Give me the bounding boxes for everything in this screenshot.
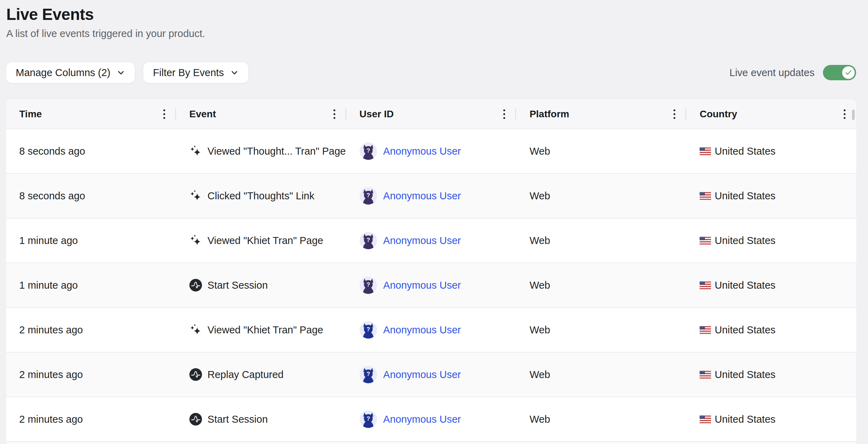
manage-columns-button[interactable]: Manage Columns (2) (6, 62, 135, 83)
country-label: United States (715, 235, 775, 246)
country-label: United States (715, 280, 775, 291)
chevron-down-icon (117, 68, 125, 77)
country-cell: United States (686, 263, 856, 307)
table-row[interactable]: 1 minute ago Start Session Anonymous Use… (6, 263, 856, 308)
column-header-platform[interactable]: Platform (516, 99, 686, 129)
event-cell: Viewed "Thought... Tran" Page (176, 129, 346, 173)
time-cell: 1 minute ago (6, 263, 176, 307)
live-updates-control: Live event updates (730, 65, 856, 80)
table-header-row: Time Event User ID Platform Country (6, 99, 856, 129)
filter-by-events-button[interactable]: Filter By Events (143, 62, 249, 83)
table-row[interactable]: 2 minutes ago Viewed "Khiet Tran" Page A… (6, 308, 856, 353)
anonymous-avatar (360, 232, 377, 249)
country-cell: United States (686, 353, 856, 397)
vertical-scrollbar-thumb[interactable] (852, 110, 855, 120)
time-cell: 1 minute ago (6, 219, 176, 262)
user-link[interactable]: Anonymous User (383, 414, 461, 425)
column-menu-kebab-icon[interactable] (331, 107, 338, 121)
live-updates-toggle[interactable] (823, 65, 856, 80)
country-cell: United States (686, 174, 856, 218)
platform-cell: Web (516, 353, 686, 397)
sparkles-icon (189, 324, 202, 336)
country-cell: United States (686, 219, 856, 262)
country-cell: United States (686, 308, 856, 352)
amplitude-logo-icon (189, 413, 202, 426)
user-link[interactable]: Anonymous User (383, 235, 461, 246)
us-flag-icon (700, 192, 711, 200)
event-label: Start Session (208, 280, 268, 291)
platform-cell: Web (516, 174, 686, 218)
event-cell: Viewed "Khiet Tran" Page (176, 308, 346, 352)
us-flag-icon (700, 237, 711, 245)
user-link[interactable]: Anonymous User (383, 280, 461, 291)
table-row[interactable]: 1 minute ago Viewed "Khiet Tran" Page An… (6, 219, 856, 263)
time-cell: 8 seconds ago (6, 174, 176, 218)
table-row[interactable]: 8 seconds ago Clicked "Thoughts" Link An… (6, 174, 856, 219)
live-events-table: Time Event User ID Platform Country 8 se… (6, 99, 857, 444)
column-label: Platform (529, 109, 569, 120)
user-cell: Anonymous User (346, 174, 516, 218)
anonymous-avatar (360, 321, 377, 339)
manage-columns-label: Manage Columns (2) (16, 67, 110, 79)
us-flag-icon (700, 326, 711, 334)
column-label: User ID (360, 109, 394, 120)
us-flag-icon (700, 371, 711, 379)
column-menu-kebab-icon[interactable] (841, 107, 848, 121)
time-cell: 2 minutes ago (6, 397, 176, 441)
amplitude-logo-icon (189, 279, 202, 291)
column-menu-kebab-icon[interactable] (161, 107, 168, 121)
column-menu-kebab-icon[interactable] (501, 107, 508, 121)
user-cell: Anonymous User (346, 129, 516, 173)
column-header-user-id[interactable]: User ID (346, 99, 516, 129)
country-label: United States (715, 146, 775, 157)
table-row-partial (6, 442, 856, 444)
country-label: United States (715, 414, 775, 425)
country-label: United States (715, 324, 775, 336)
time-cell: 2 minutes ago (6, 353, 176, 397)
anonymous-avatar (360, 276, 377, 294)
toggle-knob (842, 66, 855, 79)
country-label: United States (715, 190, 775, 202)
user-link[interactable]: Anonymous User (383, 369, 461, 380)
user-link[interactable]: Anonymous User (383, 324, 461, 336)
column-label: Time (19, 109, 42, 120)
column-header-country[interactable]: Country (686, 99, 856, 129)
anonymous-avatar (360, 410, 377, 428)
event-label: Viewed "Thought... Tran" Page (208, 146, 346, 157)
event-cell: Start Session (176, 397, 346, 441)
country-cell: United States (686, 397, 856, 441)
table-row[interactable]: 8 seconds ago Viewed "Thought... Tran" P… (6, 129, 856, 174)
user-cell: Anonymous User (346, 353, 516, 397)
column-menu-kebab-icon[interactable] (671, 107, 678, 121)
user-cell: Anonymous User (346, 263, 516, 307)
page-subtitle: A list of live events triggered in your … (6, 28, 860, 39)
column-header-event[interactable]: Event (176, 99, 346, 129)
country-label: United States (715, 369, 775, 380)
time-cell: 8 seconds ago (6, 129, 176, 173)
platform-cell: Web (516, 129, 686, 173)
sparkles-icon (189, 190, 202, 202)
table-row[interactable]: 2 minutes ago Replay Captured Anonymous … (6, 353, 856, 397)
chevron-down-icon (230, 68, 239, 77)
platform-cell: Web (516, 219, 686, 262)
us-flag-icon (700, 415, 711, 423)
check-icon (844, 68, 853, 77)
us-flag-icon (700, 147, 711, 155)
event-label: Viewed "Khiet Tran" Page (208, 235, 323, 246)
user-link[interactable]: Anonymous User (383, 190, 461, 202)
event-label: Start Session (208, 414, 268, 425)
event-cell: Replay Captured (176, 353, 346, 397)
column-header-time[interactable]: Time (6, 99, 176, 129)
user-cell: Anonymous User (346, 219, 516, 262)
user-link[interactable]: Anonymous User (383, 146, 461, 157)
event-cell: Start Session (176, 263, 346, 307)
column-label: Event (189, 109, 216, 120)
user-cell: Anonymous User (346, 308, 516, 352)
amplitude-logo-icon (189, 368, 202, 381)
table-row[interactable]: 2 minutes ago Start Session Anonymous Us… (6, 397, 856, 442)
filter-by-events-label: Filter By Events (153, 67, 224, 79)
toolbar: Manage Columns (2) Filter By Events Live… (0, 62, 868, 83)
event-label: Viewed "Khiet Tran" Page (208, 324, 323, 336)
column-label: Country (700, 109, 737, 120)
live-updates-label: Live event updates (730, 67, 815, 79)
